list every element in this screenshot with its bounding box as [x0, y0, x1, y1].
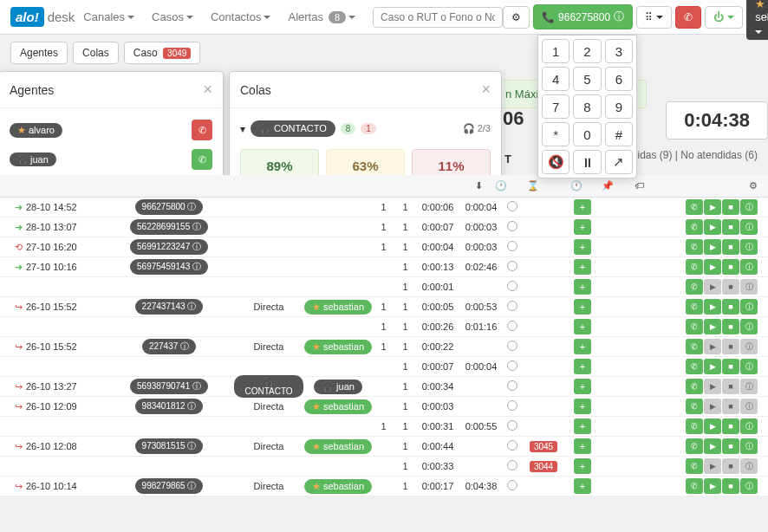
- pin-circle[interactable]: [503, 201, 522, 213]
- phone-pill[interactable]: 998279865 ⓘ: [135, 478, 204, 494]
- add-button[interactable]: +: [574, 259, 591, 275]
- dialpad-key-4[interactable]: 4: [542, 67, 569, 91]
- info-icon[interactable]: ⓘ: [740, 438, 758, 454]
- play-icon[interactable]: ▶: [704, 458, 721, 474]
- stop-icon[interactable]: ■: [722, 438, 739, 454]
- hangup-button[interactable]: ✆: [675, 6, 701, 29]
- add-button[interactable]: +: [574, 478, 591, 494]
- info-icon[interactable]: ⓘ: [740, 478, 758, 494]
- call-action-icon[interactable]: ✆: [686, 199, 703, 215]
- stop-icon[interactable]: ■: [722, 259, 739, 275]
- phone-pill[interactable]: 56228699155 ⓘ: [130, 219, 208, 235]
- dialpad-key-0[interactable]: 0: [573, 122, 601, 146]
- info-icon[interactable]: ⓘ: [740, 299, 758, 315]
- tab-caso[interactable]: Caso 3049: [124, 42, 201, 64]
- nav-casos[interactable]: Casos: [152, 10, 193, 23]
- pin-circle[interactable]: [503, 281, 522, 293]
- gear-button[interactable]: ⚙: [503, 6, 530, 29]
- stop-icon[interactable]: ■: [722, 418, 739, 434]
- dialpad-key-3[interactable]: 3: [605, 39, 633, 63]
- call-icon[interactable]: ✆: [192, 120, 212, 140]
- stop-icon[interactable]: ■: [722, 239, 739, 255]
- dialpad-key-⏸[interactable]: ⏸: [573, 150, 601, 174]
- call-action-icon[interactable]: ✆: [686, 299, 703, 315]
- pin-circle[interactable]: [503, 480, 522, 492]
- call-action-icon[interactable]: ✆: [686, 319, 703, 334]
- phone-pill[interactable]: 56991223247 ⓘ: [130, 239, 208, 255]
- stop-icon[interactable]: ■: [722, 359, 739, 374]
- info-icon[interactable]: ⓘ: [740, 359, 758, 374]
- phone-pill[interactable]: 983401812 ⓘ: [135, 399, 204, 414]
- play-icon[interactable]: ▶: [704, 299, 721, 315]
- info-icon[interactable]: ⓘ: [740, 259, 758, 275]
- row-agent-pill[interactable]: ★ sebastian: [304, 479, 372, 494]
- add-button[interactable]: +: [574, 359, 591, 374]
- dialpad-key-6[interactable]: 6: [605, 67, 633, 91]
- stop-icon[interactable]: ■: [722, 399, 739, 414]
- pin-circle[interactable]: [503, 261, 522, 273]
- pin-circle[interactable]: [503, 440, 522, 452]
- stop-icon[interactable]: ■: [722, 199, 739, 215]
- add-button[interactable]: +: [574, 418, 591, 434]
- play-icon[interactable]: ▶: [704, 199, 721, 215]
- stop-icon[interactable]: ■: [722, 299, 739, 315]
- play-icon[interactable]: ▶: [704, 438, 721, 454]
- info-icon[interactable]: ⓘ: [740, 199, 758, 215]
- call-action-icon[interactable]: ✆: [686, 339, 703, 354]
- call-action-icon[interactable]: ✆: [686, 259, 703, 275]
- close-agentes[interactable]: ×: [203, 81, 212, 99]
- add-button[interactable]: +: [574, 219, 591, 235]
- add-button[interactable]: +: [574, 239, 591, 255]
- row-agent-pill[interactable]: ★ sebastian: [304, 300, 372, 315]
- nav-canales[interactable]: Canales: [83, 10, 134, 23]
- call-action-icon[interactable]: ✆: [686, 219, 703, 235]
- add-button[interactable]: +: [574, 199, 591, 215]
- info-icon[interactable]: ⓘ: [740, 239, 758, 255]
- agent-pill[interactable]: ★ alvaro: [10, 123, 62, 138]
- info-icon[interactable]: ⓘ: [740, 319, 758, 334]
- add-button[interactable]: +: [574, 379, 591, 394]
- dialpad-toggle[interactable]: ⠿: [636, 6, 672, 29]
- dialpad-key-8[interactable]: 8: [573, 94, 601, 119]
- phone-pill[interactable]: 227437 ⓘ: [142, 339, 196, 354]
- pin-circle[interactable]: [503, 241, 522, 253]
- case-tag[interactable]: 3044: [530, 461, 557, 472]
- pin-circle[interactable]: [503, 380, 522, 393]
- pin-circle[interactable]: [503, 341, 522, 353]
- call-action-icon[interactable]: ✆: [686, 418, 703, 434]
- dialpad-key-1[interactable]: 1: [542, 39, 569, 63]
- stop-icon[interactable]: ■: [722, 319, 739, 334]
- add-button[interactable]: +: [574, 458, 591, 474]
- pin-circle[interactable]: [503, 400, 522, 412]
- dialpad-key-2[interactable]: 2: [573, 39, 601, 63]
- info-icon[interactable]: ⓘ: [740, 339, 758, 354]
- stop-icon[interactable]: ■: [722, 379, 739, 394]
- add-button[interactable]: +: [574, 399, 591, 414]
- search-input[interactable]: [373, 7, 503, 28]
- play-icon[interactable]: ▶: [704, 399, 721, 414]
- call-action-icon[interactable]: ✆: [686, 399, 703, 414]
- play-icon[interactable]: ▶: [704, 418, 721, 434]
- dialpad-key-9[interactable]: 9: [605, 94, 633, 119]
- phone-pill[interactable]: 56975459143 ⓘ: [130, 259, 208, 275]
- add-button[interactable]: +: [574, 279, 591, 295]
- pin-circle[interactable]: [503, 221, 522, 233]
- stop-icon[interactable]: ■: [722, 458, 739, 474]
- play-icon[interactable]: ▶: [704, 279, 721, 295]
- dialpad-key-↗[interactable]: ↗: [605, 150, 633, 174]
- play-icon[interactable]: ▶: [704, 239, 721, 255]
- call-action-icon[interactable]: ✆: [686, 359, 703, 374]
- dialpad-key-*[interactable]: *: [542, 122, 569, 146]
- case-tag[interactable]: 3045: [530, 441, 557, 452]
- nav-contactos[interactable]: Contactos: [211, 10, 271, 23]
- info-icon[interactable]: ⓘ: [740, 418, 758, 434]
- pin-circle[interactable]: [503, 301, 522, 313]
- info-icon[interactable]: ⓘ: [740, 219, 758, 235]
- pin-circle[interactable]: [503, 460, 522, 472]
- call-action-icon[interactable]: ✆: [686, 438, 703, 454]
- play-icon[interactable]: ▶: [704, 359, 721, 374]
- dialpad-key-#[interactable]: #: [605, 122, 633, 146]
- pin-circle[interactable]: [503, 321, 522, 333]
- pin-circle[interactable]: [503, 420, 522, 432]
- phone-pill[interactable]: 966275800 ⓘ: [135, 199, 204, 215]
